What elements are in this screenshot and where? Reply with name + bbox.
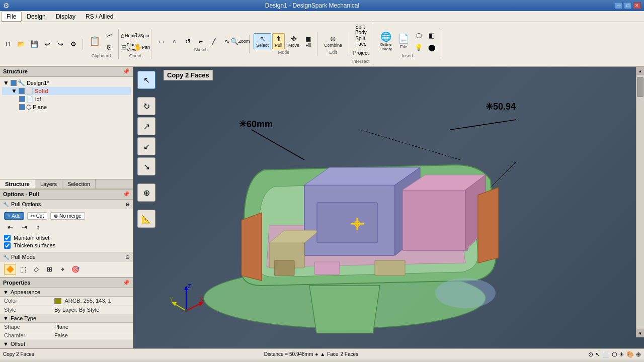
maximize-button[interactable]: □	[624, 2, 632, 9]
canvas-area: ▲ ▼ Copy 2 Faces ↖ ↻ ↗ ↙ ↘ ⊕ 📐	[133, 67, 644, 348]
appearance-section[interactable]: ▼ Appearance	[0, 288, 133, 297]
pull-btn[interactable]: ⬆ Pull	[272, 33, 285, 49]
cut-chip[interactable]: ✂ Cut	[27, 212, 47, 220]
add-chip[interactable]: + Add	[4, 212, 24, 220]
tab-structure[interactable]: Structure	[0, 179, 35, 189]
split-face-btn[interactable]: Split Face	[355, 36, 367, 47]
status-icon-7[interactable]: ⊕	[636, 351, 641, 358]
mode-btn-6[interactable]: 🎯	[69, 264, 82, 275]
move-btn[interactable]: ✥ Move	[286, 33, 302, 49]
plan-view-btn[interactable]: ⊞ Plan View	[123, 42, 135, 53]
copy-btn[interactable]: ⎘	[103, 42, 115, 53]
file-insert-btn[interactable]: 📄 File	[395, 32, 412, 51]
check-idf[interactable]	[19, 96, 25, 102]
insert-a-btn[interactable]: ◧	[426, 30, 438, 41]
chamfer-key: Chamfer	[4, 332, 54, 338]
tab-layers[interactable]: Layers	[35, 179, 62, 189]
nomerge-chip[interactable]: ⊗ No merge	[50, 212, 85, 220]
mini-pan2-btn[interactable]: ↙	[137, 137, 155, 155]
pull-mode-header[interactable]: 🔧 Pull Mode ⊖	[0, 252, 133, 262]
circle-status: ●	[315, 351, 318, 357]
corner-btn[interactable]: ⌐	[195, 36, 207, 47]
face-type-section[interactable]: ▼ Face Type	[0, 314, 133, 323]
3d-model[interactable]: ✳60mm ✳50.948mm	[164, 82, 516, 333]
right-scrollbar[interactable]: ▲ ▼	[636, 67, 644, 337]
spin-btn[interactable]: ↻ Spin	[136, 30, 148, 41]
rect-btn[interactable]: ▭	[155, 36, 168, 47]
status-icon-2[interactable]: ↖	[595, 351, 600, 358]
online-library-btn[interactable]: 🌐 Online Library	[377, 30, 394, 53]
tree-item-solid[interactable]: ▼ ⬜ Solid	[2, 87, 131, 95]
mode-btn-1[interactable]: 🔶	[4, 264, 16, 275]
circle-btn[interactable]: ○	[169, 36, 181, 47]
close-button[interactable]: ✕	[633, 2, 641, 9]
options-pin-icon[interactable]: 📌	[123, 191, 130, 198]
project-btn[interactable]: Project	[355, 47, 367, 58]
save-btn[interactable]: 💾	[28, 39, 40, 50]
new-btn[interactable]: 🗋	[2, 39, 14, 50]
svg-rect-4	[274, 260, 294, 276]
mode-btn-5[interactable]: ⌖	[56, 264, 68, 275]
mode-btn-3[interactable]: ◇	[30, 264, 42, 275]
tree-item-idf[interactable]: 📄 idf	[2, 95, 131, 103]
check-plane[interactable]	[19, 104, 25, 110]
rotate-btn[interactable]: ↺	[182, 36, 194, 47]
mode-btn-2[interactable]: ⬚	[17, 264, 29, 275]
menu-rs-allied[interactable]: RS / Allied	[80, 12, 118, 21]
status-icon-4[interactable]: ⬡	[612, 351, 617, 358]
combine-btn[interactable]: ⊕ Combine	[321, 33, 345, 49]
settings-btn[interactable]: ⚙	[67, 39, 79, 50]
open-btn[interactable]: 📂	[15, 39, 27, 50]
pull-options-header[interactable]: 🔧 Pull Options ⊖	[0, 200, 133, 209]
scroll-thumb-v[interactable]	[637, 77, 643, 97]
pull-opt-3[interactable]: ↕	[32, 222, 44, 233]
status-icon-6[interactable]: 🎨	[626, 351, 634, 358]
select-btn[interactable]: ↖ Select	[254, 33, 271, 49]
viewport[interactable]: Copy 2 Faces ↖ ↻ ↗ ↙ ↘ ⊕ 📐	[133, 67, 644, 348]
tree-item-plane[interactable]: ⬡ Plane	[2, 103, 131, 111]
cut-btn[interactable]: ✂	[103, 30, 115, 41]
tab-selection[interactable]: Selection	[62, 179, 96, 189]
menu-file[interactable]: File	[1, 12, 22, 22]
line-btn[interactable]: ╱	[208, 36, 220, 47]
pan-btn[interactable]: ✋ Pan	[136, 42, 148, 53]
mini-select-btn[interactable]: ↖	[137, 71, 155, 89]
pin-icon[interactable]: 📌	[123, 68, 130, 75]
tree-item-design[interactable]: ▼ 🔧 Design1*	[2, 79, 131, 87]
mini-measure-btn[interactable]: 📐	[137, 210, 155, 228]
check-design[interactable]	[11, 80, 17, 86]
status-icon-1[interactable]: ⊙	[588, 351, 593, 358]
pull-opt-1[interactable]: ⇤	[4, 222, 16, 233]
status-icon-3[interactable]: ⬜	[602, 351, 610, 358]
status-icon-5[interactable]: ☀	[619, 351, 624, 358]
offset-section[interactable]: ▼ Offset	[0, 340, 133, 348]
home-btn[interactable]: ⌂ Home	[123, 30, 135, 41]
insert-3d-btn[interactable]: ⬡	[413, 30, 425, 41]
mini-zoom2-btn[interactable]: ↘	[137, 157, 155, 175]
mini-rotate-btn[interactable]: ↻	[137, 97, 155, 115]
minimize-button[interactable]: ─	[615, 2, 623, 9]
pull-opt-2[interactable]: ⇥	[18, 222, 30, 233]
maintain-offset-check[interactable]	[4, 235, 11, 241]
insert-light-btn[interactable]: 💡	[413, 42, 425, 53]
insert-b-btn[interactable]: ⬤	[426, 42, 438, 53]
zoom-btn[interactable]: 🔍 Zoom	[234, 36, 246, 47]
mini-pan-btn[interactable]: ↗	[137, 117, 155, 135]
prop-pin-icon[interactable]: 📌	[123, 280, 130, 286]
mini-target-btn[interactable]: ⊕	[137, 184, 155, 202]
undo-btn[interactable]: ↩	[41, 39, 53, 50]
check-solid[interactable]	[19, 88, 25, 94]
menu-design[interactable]: Design	[22, 12, 50, 21]
svg-text:✳50.948mm: ✳50.948mm	[486, 102, 516, 112]
split-body-btn[interactable]: Split Body	[355, 24, 367, 35]
pull-options-section: 🔧 Pull Options ⊖ + Add ✂ Cut ⊗ No merge …	[0, 200, 133, 252]
redo-btn[interactable]: ↪	[54, 39, 66, 50]
menu-display[interactable]: Display	[51, 12, 80, 21]
scroll-down-btn[interactable]: ▼	[636, 329, 644, 337]
mode-btn-4[interactable]: ⊞	[43, 264, 55, 275]
design-icon: 🔧	[18, 79, 25, 86]
paste-btn[interactable]: 📋	[87, 34, 102, 49]
thicken-surfaces-check[interactable]	[4, 242, 11, 249]
fill-btn[interactable]: ◼ Fill	[303, 33, 314, 49]
scroll-up-btn[interactable]: ▲	[636, 67, 644, 75]
